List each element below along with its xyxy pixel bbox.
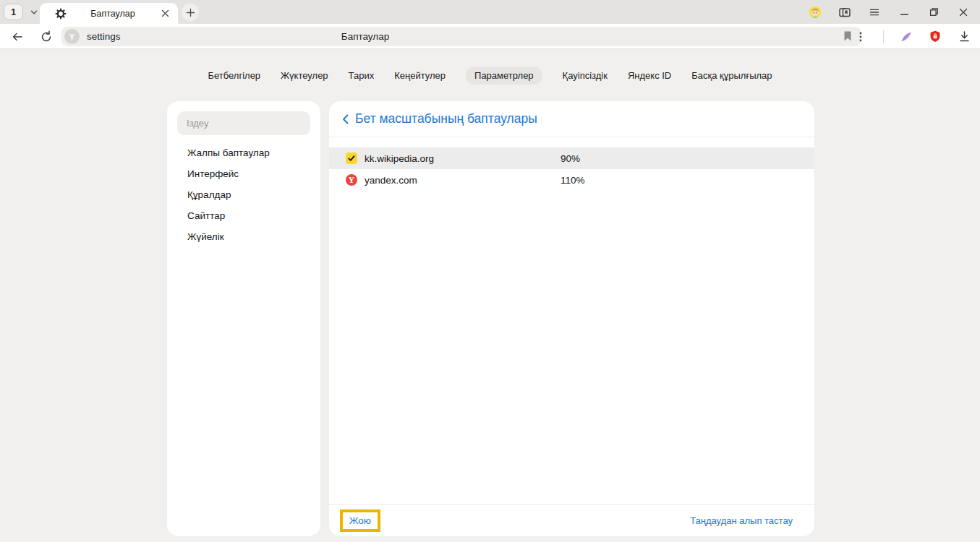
browser-menu-icon[interactable]	[868, 6, 881, 19]
panel-title: Бет масштабының баптаулары	[355, 111, 537, 126]
yandex-favicon: Y	[346, 174, 357, 186]
tab-count: 1	[11, 7, 16, 17]
window-restore-button[interactable]	[927, 6, 940, 19]
page-actions-kebab-icon[interactable]	[854, 30, 867, 43]
favicon-letter: Y	[349, 176, 354, 184]
browser-tab-bar: 1 Баптаулар	[0, 0, 980, 24]
table-row[interactable]: kk.wikipedia.org 90%	[329, 147, 814, 169]
tab-other-devices[interactable]: Басқа құрылғылар	[691, 66, 772, 85]
addressbar-right-controls	[854, 24, 980, 49]
side-panels-icon[interactable]	[838, 6, 851, 19]
url-text[interactable]: settings	[87, 27, 121, 46]
sidebar-item-general[interactable]: Жалпы баптаулар	[167, 142, 320, 163]
panel-footer: Жою Таңдаудан алып тастау	[329, 504, 814, 536]
panel-header: Бет масштабының баптаулары	[329, 101, 814, 137]
tabbar-right-controls	[809, 0, 980, 24]
zen-feather-icon[interactable]	[900, 30, 913, 43]
settings-nav-tabs: Бетбелгілер Жүктеулер Тарих Кеңейтулер П…	[0, 66, 980, 85]
sidebar-item-system[interactable]: Жүйелік	[167, 226, 320, 247]
sidebar-item-interface[interactable]: Интерфейс	[167, 163, 320, 184]
zoom-value: 110%	[561, 175, 585, 186]
tab-settings[interactable]: Параметрлер	[466, 66, 542, 85]
delete-button[interactable]: Жою	[340, 509, 380, 532]
panel-spacer	[329, 191, 814, 504]
zoom-value: 90%	[561, 153, 580, 164]
back-button[interactable]	[10, 30, 25, 44]
chevron-down-icon	[30, 8, 38, 17]
browser-tab-settings[interactable]: Баптаулар	[40, 3, 178, 24]
tab-counter-button[interactable]: 1	[4, 4, 23, 20]
address-bar: Y settings Баптаулар	[0, 24, 980, 49]
zoom-settings-panel: Бет масштабының баптаулары kk.wikipedia.…	[329, 101, 814, 536]
sidebar-list: Жалпы баптаулар Интерфейс Құралдар Сайтт…	[167, 142, 320, 247]
table-row[interactable]: Y yandex.com 110%	[329, 169, 814, 191]
deselect-all-link[interactable]: Таңдаудан алып тастау	[690, 515, 793, 526]
tab-bookmarks[interactable]: Бетбелгілер	[208, 66, 260, 85]
window-close-button[interactable]	[957, 6, 970, 19]
protect-shield-icon[interactable]	[929, 30, 942, 43]
sidebar-item-tools[interactable]: Құралдар	[167, 184, 320, 205]
site-badge-letter: Y	[69, 33, 74, 41]
reload-button[interactable]	[39, 30, 54, 44]
gear-icon	[55, 8, 67, 20]
site-name: yandex.com	[365, 175, 417, 186]
site-name: kk.wikipedia.org	[365, 153, 434, 164]
tab-close-icon[interactable]	[159, 8, 171, 20]
site-badge-icon: Y	[64, 29, 80, 44]
tab-title: Баптаулар	[67, 9, 159, 19]
search-input[interactable]	[177, 111, 310, 135]
settings-page: Бетбелгілер Жүктеулер Тарих Кеңейтулер П…	[0, 49, 980, 542]
omnibox-page-title: Баптаулар	[341, 27, 389, 46]
url-omnibox[interactable]: Y settings Баптаулар	[61, 27, 861, 46]
tab-extensions[interactable]: Кеңейтулер	[394, 66, 446, 85]
new-tab-button[interactable]	[182, 4, 199, 21]
profile-avatar[interactable]	[809, 6, 822, 19]
checkbox-checked-icon[interactable]	[346, 152, 357, 164]
tab-yandex-id[interactable]: Яндекс ID	[628, 66, 671, 85]
site-zoom-list: kk.wikipedia.org 90% Y yandex.com 110%	[329, 147, 814, 191]
downloads-icon[interactable]	[958, 30, 971, 43]
plus-icon	[186, 8, 195, 17]
toolbar-divider	[883, 30, 884, 43]
bookmark-flag-icon[interactable]	[843, 30, 854, 42]
window-minimize-button[interactable]	[898, 6, 911, 19]
back-chevron-icon[interactable]	[337, 111, 353, 127]
tab-downloads[interactable]: Жүктеулер	[281, 66, 328, 85]
tab-security[interactable]: Қауіпсіздік	[563, 66, 608, 85]
tab-history[interactable]: Тарих	[349, 66, 375, 85]
settings-sidebar: Жалпы баптаулар Интерфейс Құралдар Сайтт…	[167, 101, 320, 536]
sidebar-item-sites[interactable]: Сайттар	[167, 205, 320, 226]
